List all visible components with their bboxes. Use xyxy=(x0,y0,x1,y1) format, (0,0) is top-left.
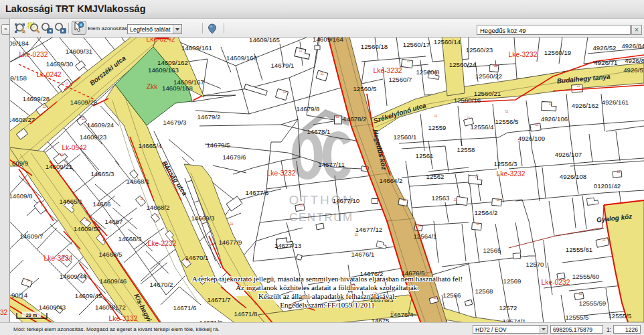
svg-text:11: 11 xyxy=(505,109,508,113)
svg-text:11: 11 xyxy=(418,223,421,227)
svg-text:4926/84: 4926/84 xyxy=(621,42,644,50)
svg-text:14664/2: 14664/2 xyxy=(379,177,402,184)
svg-text:12558: 12558 xyxy=(457,146,475,153)
svg-text:12560/23: 12560/23 xyxy=(466,46,493,54)
svg-text:14609/31: 14609/31 xyxy=(66,48,92,55)
svg-text:4926/8: 4926/8 xyxy=(625,57,644,64)
svg-text:12566: 12566 xyxy=(443,291,461,299)
svg-text:11: 11 xyxy=(453,198,457,202)
svg-text:11: 11 xyxy=(185,258,189,262)
svg-text:14609/172: 14609/172 xyxy=(95,304,126,311)
svg-text:11: 11 xyxy=(299,49,302,53)
svg-text:14609/45: 14609/45 xyxy=(75,292,102,299)
svg-text:11: 11 xyxy=(65,81,68,85)
svg-text:11: 11 xyxy=(433,70,436,74)
svg-text:12559: 12559 xyxy=(428,124,447,131)
svg-text:11: 11 xyxy=(299,203,303,207)
svg-text:12555/5: 12555/5 xyxy=(608,312,631,320)
svg-text:90/14: 90/14 xyxy=(11,291,28,299)
svg-text:14609/168: 14609/168 xyxy=(162,84,193,92)
svg-text:11: 11 xyxy=(283,90,286,94)
svg-text:12560/14: 12560/14 xyxy=(434,38,461,46)
svg-text:14609/8: 14609/8 xyxy=(10,192,33,200)
svg-text:14678/1: 14678/1 xyxy=(307,128,330,135)
svg-text:14668/1: 14668/1 xyxy=(126,178,149,185)
svg-text:14609/161: 14609/161 xyxy=(181,44,212,52)
svg-text:Lke-2232: Lke-2232 xyxy=(148,240,177,247)
svg-text:11: 11 xyxy=(402,198,406,202)
svg-text:14679/3: 14679/3 xyxy=(163,119,186,126)
svg-text:12560/16: 12560/16 xyxy=(454,96,481,104)
svg-text:11: 11 xyxy=(433,295,436,299)
svg-text:14677/8: 14677/8 xyxy=(245,189,268,196)
svg-text:4926/161: 4926/161 xyxy=(602,98,629,106)
svg-text:12560/19: 12560/19 xyxy=(544,49,571,56)
svg-text:Készült az állami alapadatok f: Készült az állami alapadatok felhasználá… xyxy=(258,292,396,300)
svg-text:12560/18: 12560/18 xyxy=(361,43,388,50)
svg-text:12560/1: 12560/1 xyxy=(393,133,416,141)
svg-text:11: 11 xyxy=(535,123,538,127)
svg-text:14671/8: 14671/8 xyxy=(234,310,257,318)
svg-text:4926/5: 4926/5 xyxy=(623,66,643,74)
svg-text:14609/7: 14609/7 xyxy=(19,232,43,240)
svg-text:11: 11 xyxy=(406,59,410,63)
svg-text:14665/3: 14665/3 xyxy=(90,170,114,178)
svg-text:12556/3: 12556/3 xyxy=(493,160,517,168)
svg-text:11: 11 xyxy=(230,222,233,226)
svg-text:14671/6: 14671/6 xyxy=(173,304,196,312)
svg-text:14670/2: 14670/2 xyxy=(149,281,173,288)
svg-text:12563: 12563 xyxy=(432,194,450,202)
svg-text:14676/1: 14676/1 xyxy=(351,251,374,258)
svg-text:Lke-0242: Lke-0242 xyxy=(147,38,175,43)
svg-text:12555/61: 12555/61 xyxy=(566,246,592,253)
svg-text:4926/106: 4926/106 xyxy=(541,115,568,123)
svg-text:12555/59: 12555/59 xyxy=(579,299,606,307)
svg-text:4926/108: 4926/108 xyxy=(560,173,586,180)
svg-text:12560/7: 12560/7 xyxy=(388,76,412,83)
svg-text:11: 11 xyxy=(354,232,357,237)
svg-text:11: 11 xyxy=(390,310,394,314)
svg-text:14665/1: 14665/1 xyxy=(59,198,82,205)
svg-text:4926/109: 4926/109 xyxy=(518,135,545,142)
svg-text:12568: 12568 xyxy=(475,287,493,295)
svg-text:14671/7: 14671/7 xyxy=(207,296,230,304)
svg-text:A térkép tájékoztató jellegű,: A térkép tájékoztató jellegű, másolata s… xyxy=(192,275,463,283)
svg-text:11: 11 xyxy=(493,64,497,68)
svg-text:14677/10: 14677/10 xyxy=(333,197,360,204)
svg-text:12555/60: 12555/60 xyxy=(572,273,600,280)
svg-text:14677/12: 14677/12 xyxy=(355,226,382,233)
svg-text:12565: 12565 xyxy=(483,247,501,254)
svg-text:11: 11 xyxy=(467,116,470,120)
svg-text:14668/3: 14668/3 xyxy=(118,235,141,243)
svg-text:11: 11 xyxy=(140,196,143,200)
svg-text:12572: 12572 xyxy=(499,304,517,312)
svg-text:12564/1: 12564/1 xyxy=(413,232,436,240)
svg-text:11: 11 xyxy=(548,101,552,105)
svg-text:14666: 14666 xyxy=(93,200,111,208)
svg-text:11: 11 xyxy=(85,218,88,222)
svg-text:12556/4: 12556/4 xyxy=(470,123,494,131)
svg-text:12560/22: 12560/22 xyxy=(475,72,502,80)
svg-text:4926/52: 4926/52 xyxy=(592,44,616,52)
svg-text:14677/11: 14677/11 xyxy=(318,161,345,168)
svg-text:14679/2: 14679/2 xyxy=(197,113,220,121)
svg-text:11: 11 xyxy=(320,72,323,76)
svg-text:14679/1: 14679/1 xyxy=(270,62,294,69)
svg-text:14609/25: 14609/25 xyxy=(70,98,97,106)
svg-text:i: i xyxy=(80,22,82,27)
svg-text:4926/162: 4926/162 xyxy=(572,102,598,109)
svg-text:14609/44: 14609/44 xyxy=(60,273,87,280)
svg-text:14668/2: 14668/2 xyxy=(146,204,169,211)
svg-text:11: 11 xyxy=(156,213,159,217)
svg-text:11: 11 xyxy=(578,291,582,295)
svg-text:12564/2: 12564/2 xyxy=(474,209,497,216)
svg-text:20 m: 20 m xyxy=(25,312,37,318)
svg-text:09/184: 09/184 xyxy=(10,40,29,47)
svg-text:11: 11 xyxy=(40,203,44,207)
svg-text:14677/13: 14677/13 xyxy=(274,242,301,249)
svg-text:12555/5: 12555/5 xyxy=(565,314,588,321)
svg-text:Lke-3232: Lke-3232 xyxy=(509,51,538,58)
svg-text:11: 11 xyxy=(350,198,353,202)
svg-text:14609/46: 14609/46 xyxy=(100,277,127,285)
svg-text:14609/164: 14609/164 xyxy=(313,38,343,43)
